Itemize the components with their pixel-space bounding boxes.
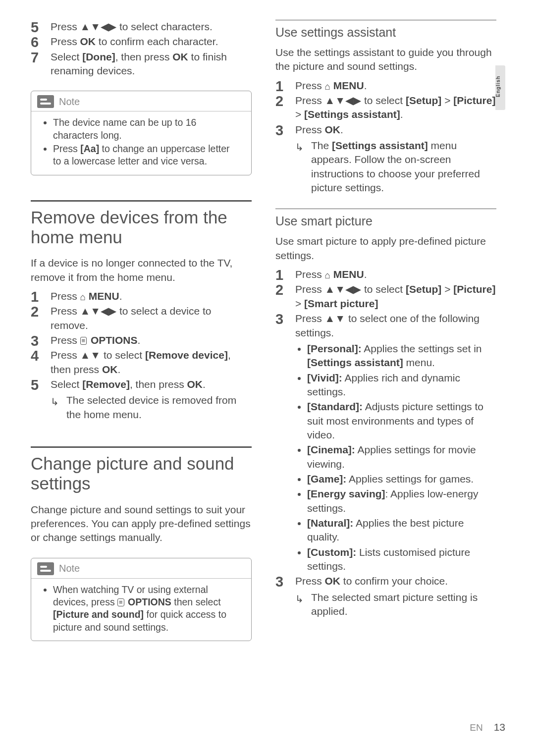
nav-icon: ▲▼ xyxy=(325,313,346,324)
options-icon: ≡ xyxy=(117,598,124,606)
home-icon: ⌂ xyxy=(325,81,330,92)
step-1: 1 Press ⌂ MENU. xyxy=(275,268,496,281)
step-6: 6 Press OK to confirm each character. xyxy=(31,35,252,49)
result-arrow-icon: ↳ xyxy=(51,395,59,409)
step-3b: 3 Press OK to confirm your choice. ↳The … xyxy=(275,574,496,618)
remove-devices-intro: If a device is no longer connected to th… xyxy=(31,256,252,284)
remove-devices-heading: Remove devices from the home menu xyxy=(31,200,252,248)
note-body: The device name can be up to 16 characte… xyxy=(31,111,251,174)
step-2: 2 Press ▲▼◀▶ to select [Setup] > [Pictur… xyxy=(275,282,496,311)
note-label: Note xyxy=(59,96,80,108)
list-item: [Vivid]: Applies rich and dynamic settin… xyxy=(307,371,496,399)
remove-steps: 1 Press ⌂ MENU. 2 Press ▲▼◀▶ to select a… xyxy=(31,289,252,422)
result-arrow-icon: ↳ xyxy=(295,593,304,606)
step-3: 3 Press OK. ↳ The [Settings assistant] m… xyxy=(275,123,496,195)
result: ↳The selected device is removed from the… xyxy=(51,393,252,422)
left-column: 5 Press ▲▼◀▶ to select characters. 6 Pre… xyxy=(31,20,252,661)
list-item: [Custom]: Lists customised picture setti… xyxy=(307,545,496,574)
list-item: [Standard]: Adjusts picture settings to … xyxy=(307,400,496,442)
smart-picture-intro: Use smart picture to apply pre-defined p… xyxy=(275,234,496,263)
nav-icon: ▲▼◀▶ xyxy=(80,21,117,32)
note-icon xyxy=(37,562,54,575)
footer-lang: EN xyxy=(470,722,482,733)
step-3a: 3 Press ▲▼ to select one of the followin… xyxy=(275,312,496,573)
note-body: When watching TV or using external devic… xyxy=(31,578,251,641)
result: ↳ The [Settings assistant] menu appears.… xyxy=(295,139,496,195)
change-settings-heading: Change picture and sound settings xyxy=(31,446,252,494)
smart-picture-options: [Personal]: Applies the settings set in … xyxy=(295,342,496,574)
step-1: 1 Press ⌂ MENU. xyxy=(31,289,252,303)
nav-icon: ▲▼◀▶ xyxy=(325,95,362,106)
change-settings-intro: Change picture and sound settings to sui… xyxy=(31,503,252,545)
note-label: Note xyxy=(59,563,80,574)
list-item: [Energy saving]: Applies low-energy sett… xyxy=(307,487,496,515)
right-column: Use settings assistant Use the settings … xyxy=(275,20,496,661)
home-icon: ⌂ xyxy=(325,270,330,280)
nav-icon: ▲▼◀▶ xyxy=(325,283,362,295)
note-item: The device name can be up to 16 characte… xyxy=(53,116,240,142)
settings-assistant-heading: Use settings assistant xyxy=(275,20,496,40)
step-2: 2 Press ▲▼◀▶ to select [Setup] > [Pictur… xyxy=(275,94,496,122)
nav-icon: ▲▼◀▶ xyxy=(80,305,117,317)
settings-assistant-steps: 1 Press ⌂ MENU. 2 Press ▲▼◀▶ to select [… xyxy=(275,79,496,195)
step-2: 2 Press ▲▼◀▶ to select a device to remov… xyxy=(31,304,252,332)
footer: EN 13 xyxy=(470,721,505,733)
settings-assistant-intro: Use the settings assistant to guide you … xyxy=(275,46,496,74)
result-arrow-icon: ↳ xyxy=(295,141,304,154)
note-box-2: Note When watching TV or using external … xyxy=(31,558,252,641)
note-item: When watching TV or using external devic… xyxy=(53,584,240,634)
smart-picture-heading: Use smart picture xyxy=(275,209,496,228)
note-box-1: Note The device name can be up to 16 cha… xyxy=(31,91,252,175)
note-header: Note xyxy=(31,91,251,111)
result: ↳The selected smart picture setting is a… xyxy=(295,591,496,619)
language-tab: English xyxy=(495,65,505,110)
list-item: [Cinema]: Applies settings for movie vie… xyxy=(307,443,496,471)
step-7: 7 Select [Done], then press OK to finish… xyxy=(31,50,252,78)
home-icon: ⌂ xyxy=(80,292,86,302)
step-5: 5 Select [Remove], then press OK. ↳The s… xyxy=(31,378,252,422)
note-icon xyxy=(37,95,54,108)
list-item: [Natural]: Applies the best picture qual… xyxy=(307,516,496,544)
page: 5 Press ▲▼◀▶ to select characters. 6 Pre… xyxy=(31,20,496,661)
list-item: [Game]: Applies settings for games. xyxy=(307,472,496,486)
step-1: 1 Press ⌂ MENU. xyxy=(275,79,496,93)
note-header: Note xyxy=(31,558,251,578)
top-step-list: 5 Press ▲▼◀▶ to select characters. 6 Pre… xyxy=(31,20,252,78)
list-item: [Personal]: Applies the settings set in … xyxy=(307,342,496,370)
step-4: 4 Press ▲▼ to select [Remove device], th… xyxy=(31,348,252,377)
note-item: Press [Aa] to change an uppercase letter… xyxy=(53,143,240,168)
options-icon: ≡ xyxy=(80,337,87,345)
nav-icon: ▲▼ xyxy=(80,349,101,361)
step-5: 5 Press ▲▼◀▶ to select characters. xyxy=(31,20,252,34)
step-3: 3 Press ≡ OPTIONS. xyxy=(31,333,252,347)
smart-picture-steps: 1 Press ⌂ MENU. 2 Press ▲▼◀▶ to select [… xyxy=(275,268,496,618)
footer-page: 13 xyxy=(494,721,505,733)
